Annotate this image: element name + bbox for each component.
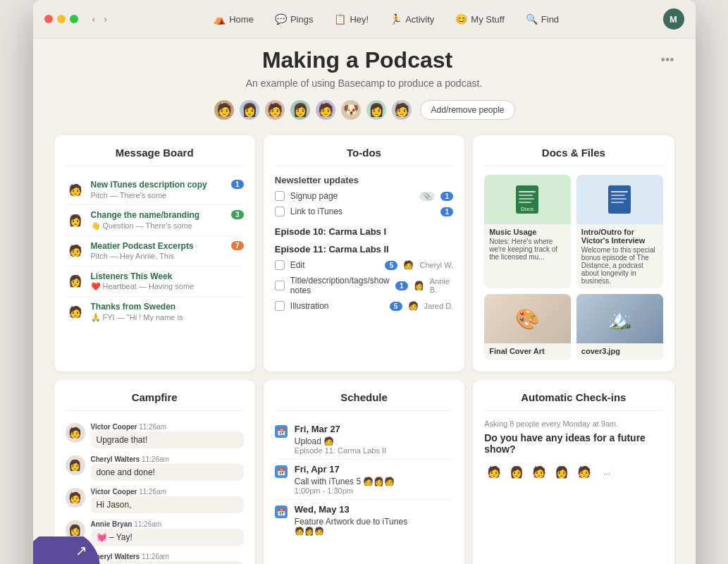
user-avatar[interactable]: M (663, 8, 684, 30)
message-title: Meatier Podcast Excerpts (91, 241, 226, 252)
minimize-button[interactable] (57, 15, 66, 23)
docs-files-title: Docs & Files (484, 147, 662, 166)
schedule-title: Schedule (275, 391, 453, 411)
doc-info: cover3.jpg (576, 343, 663, 360)
todo-label: Illustration (290, 301, 384, 311)
titlebar: ‹ › ⛺ Home 💬 Pings 📋 Hey! 🏃 Activity 😊 (33, 0, 696, 39)
message-avatar: 🧑 (66, 241, 85, 261)
message-board-item[interactable]: 👩 Listeners This Week ❤️ Heartbeat — Hav… (66, 266, 244, 298)
doc-item[interactable]: 🎨 Final Cover Art (484, 294, 571, 360)
home-icon: ⛺ (214, 13, 226, 25)
chat-avatar: 👩 (66, 455, 85, 475)
todo-checkbox[interactable] (275, 260, 285, 270)
calendar-icon: 📅 (275, 465, 288, 478)
todo-item: Illustration 5 🧑 Jared D. (275, 298, 453, 314)
nav-hey[interactable]: 📋 Hey! (326, 9, 377, 29)
docs-files-card: Docs & Files Docs (473, 135, 674, 372)
chat-message: Boom! (91, 561, 244, 564)
chat-name: Victor Cooper (91, 423, 137, 431)
message-board-item[interactable]: 🧑 New iTunes description copy Pitch — Th… (66, 175, 244, 205)
message-content: New iTunes description copy Pitch — Ther… (91, 180, 226, 200)
checkin-avatar: 🧑 (529, 462, 549, 482)
chat-message: done and done! (91, 464, 244, 481)
forward-button[interactable]: › (101, 12, 110, 26)
message-avatar: 🧑 (66, 180, 85, 200)
doc-name: cover3.jpg (581, 347, 658, 355)
schedule-event: Call with iTunes 5 🧑👩🧑 (295, 477, 395, 486)
checkins-card: Automatic Check-ins Asking 8 people ever… (473, 380, 674, 564)
chat-name: Annie Bryan (91, 520, 132, 528)
todo-checkbox[interactable] (275, 191, 285, 201)
message-sub: 🙏 FYI — "Hi ! My name is (91, 313, 244, 322)
todo-count-badge: 5 (385, 261, 397, 270)
message-content: Meatier Podcast Excerpts Pitch — Hey Ann… (91, 241, 226, 261)
maximize-button[interactable] (70, 15, 78, 23)
doc-sub: Welcome to this special bonus episode of… (581, 246, 658, 285)
more-options-button[interactable]: ••• (661, 53, 674, 68)
todo-assignee-name: Annie B. (430, 277, 453, 294)
checkin-avatar: 👩 (552, 462, 572, 482)
add-remove-people-button[interactable]: Add/remove people (420, 100, 514, 120)
todo-label: Signup page (290, 191, 414, 201)
todo-section-newsletter: Newsletter updates (275, 175, 453, 185)
nav-bar: ⛺ Home 💬 Pings 📋 Hey! 🏃 Activity 😊 My St… (118, 9, 655, 29)
message-board-item[interactable]: 🧑 Meatier Podcast Excerpts Pitch — Hey A… (66, 236, 244, 266)
nav-home[interactable]: ⛺ Home (205, 9, 262, 29)
doc-item[interactable]: Intro/Outro for Victor's Interview Welco… (576, 175, 663, 288)
member-avatar: 👩 (289, 99, 311, 121)
message-board-items: 🧑 New iTunes description copy Pitch — Th… (66, 175, 244, 327)
todo-assignee-avatar: 👩 (414, 281, 424, 290)
svg-text:Docs: Docs (521, 206, 533, 212)
doc-item[interactable]: 🏔️ cover3.jpg (576, 294, 663, 360)
message-title: New iTunes description copy (91, 180, 226, 191)
app-window: ‹ › ⛺ Home 💬 Pings 📋 Hey! 🏃 Activity 😊 (33, 0, 696, 564)
chat-body: Cheryl Walters 11:26am Boom! (91, 553, 244, 564)
nav-find[interactable]: 🔍 Find (517, 9, 567, 29)
chat-body: Annie Bryan 11:26am 💓 – Yay! (91, 520, 244, 546)
message-board-item[interactable]: 👩 Change the name/branding 👋 Question — … (66, 205, 244, 236)
main-wrapper: ••• Making a Podcast An example of using… (33, 39, 696, 564)
docs-grid: Docs Music Usage Notes: Here's where we'… (484, 175, 662, 360)
svg-rect-8 (611, 195, 625, 196)
chat-body: Victor Cooper 11:26am Upgrade that! (91, 423, 244, 448)
todo-checkbox[interactable] (275, 301, 285, 311)
todo-checkbox[interactable] (275, 281, 285, 290)
mystuff-icon: 😊 (455, 13, 467, 25)
todo-checkbox[interactable] (275, 207, 285, 216)
todo-assignee-avatar: 🧑 (408, 301, 419, 311)
message-avatar: 🧑 (66, 302, 85, 321)
message-badge: 1 (231, 180, 244, 189)
todos-card: To-dos Newsletter updates Signup page 📎 … (264, 135, 464, 372)
message-sub: Pitch — Hey Annie, This (91, 252, 226, 260)
doc-thumbnail: 🏔️ (576, 294, 663, 343)
rocket-icon: ↗ (75, 542, 87, 559)
message-content: Thanks from Sweden 🙏 FYI — "Hi ! My name… (91, 302, 244, 322)
chat-meta: Cheryl Walters 11:26am (91, 455, 244, 463)
todo-count-badge: 1 (395, 281, 408, 290)
episode-title: Episode 11: Carma Labs II (275, 244, 453, 255)
member-avatar: 🧑 (314, 99, 337, 121)
checkin-asking: Asking 8 people every Monday at 9am. (484, 419, 662, 428)
nav-mystuff[interactable]: 😊 My Stuff (447, 9, 512, 29)
chat-name: Cheryl Walters (91, 455, 140, 463)
chat-body: Cheryl Walters 11:26am done and done! (91, 455, 244, 481)
close-button[interactable] (44, 15, 53, 23)
activity-icon: 🏃 (390, 13, 402, 25)
todo-assignee-name: Jared D. (424, 302, 454, 310)
nav-activity[interactable]: 🏃 Activity (381, 9, 443, 29)
chat-avatar: 🧑 (66, 488, 85, 508)
message-title: Change the name/branding (91, 210, 226, 221)
doc-item[interactable]: Docs Music Usage Notes: Here's where we'… (484, 175, 571, 288)
schedule-event: Feature Artwork due to iTunes (295, 517, 407, 527)
chat-body: Victor Cooper 11:26am Hi Jason, (91, 488, 244, 513)
todos-title: To-dos (275, 147, 453, 166)
todo-label: Title/description/tags/show notes (290, 276, 390, 295)
message-avatar: 👩 (66, 210, 85, 230)
schedule-item: 📅 Fri, Mar 27 Upload 🧑 Episode 11: Carma… (275, 419, 453, 460)
back-button[interactable]: ‹ (90, 12, 99, 26)
member-avatar: 🧑 (390, 99, 413, 121)
campfire-title: Campfire (66, 391, 244, 411)
schedule-sub: 1:00pm - 1:30pm (295, 486, 395, 495)
message-board-item[interactable]: 🧑 Thanks from Sweden 🙏 FYI — "Hi ! My na… (66, 297, 244, 327)
nav-pings[interactable]: 💬 Pings (266, 9, 322, 29)
